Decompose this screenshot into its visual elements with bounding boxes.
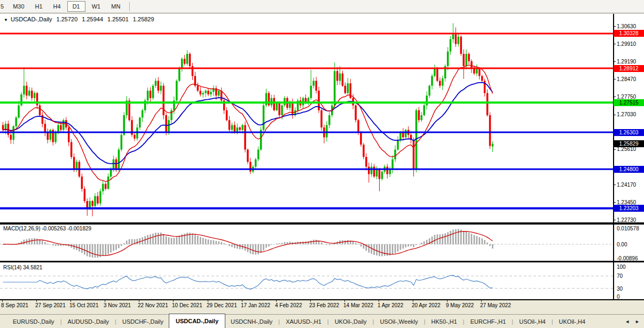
macd-axis-label: 0.00 bbox=[617, 242, 627, 247]
date-tick bbox=[344, 300, 345, 302]
date-label: 10 Dec 2021 bbox=[172, 302, 202, 308]
macd-label: MACD(12,26,9) -0.005263 -0.001829 bbox=[3, 226, 91, 231]
date-tick bbox=[2, 300, 3, 302]
date-tick bbox=[413, 300, 413, 302]
date-tick bbox=[173, 300, 174, 302]
chart-title: ▼USDCAD-,Daily1.257201.259441.255011.258… bbox=[4, 16, 159, 22]
ohlc-close: 1.25829 bbox=[133, 16, 154, 22]
price-tick bbox=[613, 185, 616, 185]
price-badge: 1.30328 bbox=[614, 30, 644, 37]
price-tick bbox=[613, 115, 616, 115]
tab-eurusd-daily[interactable]: EURUSD-,Daily bbox=[7, 315, 60, 328]
price-tick bbox=[613, 26, 616, 27]
date-tick bbox=[276, 300, 277, 302]
tabbar-spacer bbox=[0, 315, 7, 328]
symbol-tabbar: EURUSD-,Daily|AUDUSD-,Daily|USDCHF-,Dail… bbox=[0, 314, 644, 328]
tab-scroll-controls: ◄► bbox=[625, 315, 644, 328]
rsi-axis-label: 30 bbox=[617, 286, 623, 292]
macd-panel[interactable] bbox=[0, 225, 613, 261]
date-label: 8 Sep 2021 bbox=[1, 302, 28, 308]
date-tick bbox=[208, 300, 208, 302]
macd-axis-label: -0.00896 bbox=[617, 255, 638, 261]
ohlc-low: 1.25501 bbox=[107, 16, 129, 22]
mt4-window: 5M30H1H4D1W1MN ▼USDCAD-,Daily1.257201.25… bbox=[0, 0, 644, 328]
date-label: 23 Feb 2022 bbox=[309, 302, 339, 308]
date-tick bbox=[105, 300, 105, 302]
price-badge: 1.26303 bbox=[614, 129, 644, 136]
tab-scroll-left-icon[interactable]: ◄ bbox=[625, 319, 630, 324]
ohlc-high: 1.25944 bbox=[82, 16, 103, 22]
price-tick bbox=[613, 61, 616, 62]
date-label: 9 May 2022 bbox=[446, 302, 474, 308]
date-label: 27 Sep 2021 bbox=[35, 302, 66, 308]
chart-dropdown-icon[interactable]: ▼ bbox=[4, 18, 8, 22]
price-tick bbox=[613, 79, 616, 79]
tab-usdcad-daily[interactable]: USDCAD-,Daily bbox=[169, 314, 225, 328]
tab-usoil-h4[interactable]: USOil-,H4 bbox=[514, 315, 551, 328]
price-tick-label: 1.24170 bbox=[617, 182, 636, 188]
price-badge: 1.25829 bbox=[614, 140, 644, 147]
date-label: 14 Mar 2022 bbox=[343, 302, 373, 308]
chart-symbol-label: USDCAD-,Daily bbox=[11, 16, 52, 22]
date-tick bbox=[379, 300, 379, 302]
rsi-axis-label: 100 bbox=[617, 264, 626, 270]
price-tick bbox=[613, 149, 616, 150]
tab-usdcnh-daily[interactable]: USDCNH-,Daily bbox=[225, 315, 278, 328]
ohlc-open: 1.25720 bbox=[57, 16, 78, 22]
price-tick bbox=[613, 44, 616, 44]
date-label: 3 Nov 2021 bbox=[104, 302, 131, 308]
price-tick-label: 1.29190 bbox=[617, 59, 636, 65]
rsi-axis-label: 70 bbox=[617, 273, 623, 279]
price-tick bbox=[613, 97, 616, 97]
date-label: 17 Jan 2022 bbox=[241, 302, 270, 308]
date-label: 4 Feb 2022 bbox=[275, 302, 302, 308]
tab-hk50-h1[interactable]: HK50-,H1 bbox=[426, 315, 462, 328]
date-label: 29 Dec 2021 bbox=[207, 302, 237, 308]
tab-usoil-weekly[interactable]: USOil-,Weekly bbox=[374, 315, 423, 328]
tab-xauusd-h1[interactable]: XAUUSD-,H1 bbox=[280, 315, 327, 328]
price-tick-label: 1.29910 bbox=[617, 41, 636, 47]
rsi-panel[interactable] bbox=[0, 262, 613, 299]
macd-axis-label: 0.010578 bbox=[617, 226, 639, 231]
date-label: 15 Oct 2021 bbox=[69, 302, 98, 308]
price-tick-label: 1.22730 bbox=[617, 217, 636, 223]
price-tick bbox=[613, 220, 616, 220]
date-tick bbox=[36, 300, 37, 302]
main-chart-panel[interactable] bbox=[0, 14, 613, 222]
tab-ukoil-daily[interactable]: UKOil-,Daily bbox=[329, 315, 372, 328]
price-badge: 1.27515 bbox=[614, 99, 644, 106]
price-tick-label: 1.28470 bbox=[617, 76, 636, 82]
date-tick bbox=[310, 300, 311, 302]
tab-eurchf-h1[interactable]: EURCHF-,H1 bbox=[465, 315, 512, 328]
tab-audusd-daily[interactable]: AUDUSD-,Daily bbox=[62, 315, 114, 328]
price-badge: 1.23203 bbox=[614, 205, 644, 212]
date-tick bbox=[447, 300, 447, 302]
price-tick-label: 1.30630 bbox=[617, 23, 636, 29]
date-label: 1 Apr 2022 bbox=[378, 302, 403, 308]
date-tick bbox=[242, 300, 242, 302]
tab-usdchf-daily[interactable]: USDCHF-,Daily bbox=[117, 315, 169, 328]
price-badge: 1.28912 bbox=[614, 65, 644, 72]
date-tick bbox=[70, 300, 71, 302]
date-label: 22 Nov 2021 bbox=[138, 302, 168, 308]
rsi-axis-label: 0 bbox=[617, 294, 620, 300]
rsi-label: RSI(14) 34.5821 bbox=[3, 265, 42, 270]
price-tick bbox=[613, 202, 616, 203]
date-tick bbox=[481, 300, 482, 302]
date-label: 20 Apr 2022 bbox=[412, 302, 441, 308]
price-tick-label: 1.27030 bbox=[617, 111, 636, 117]
date-tick bbox=[139, 300, 139, 302]
date-label: 27 May 2022 bbox=[480, 302, 511, 308]
price-badge: 1.24800 bbox=[614, 166, 644, 173]
tab-scroll-right-icon[interactable]: ► bbox=[635, 319, 640, 324]
tab-ukoil-h4[interactable]: UKOil-,H4 bbox=[554, 315, 591, 328]
